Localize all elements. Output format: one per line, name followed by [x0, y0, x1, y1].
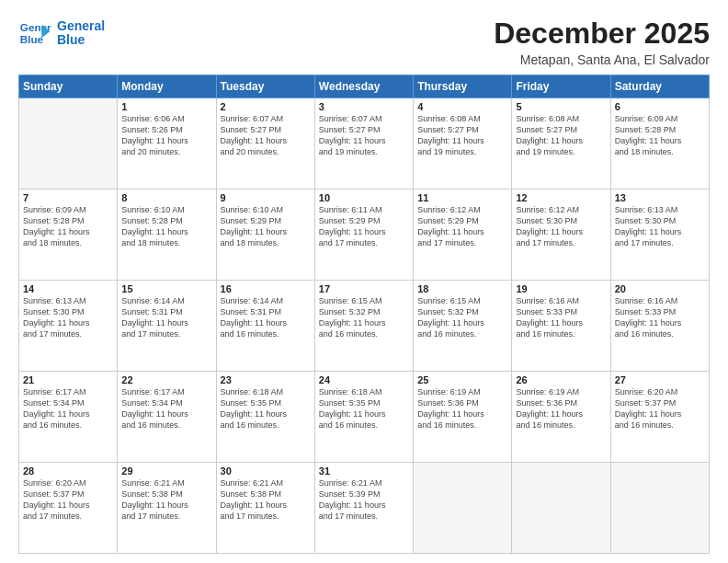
day-info: Sunrise: 6:18 AM Sunset: 5:35 PM Dayligh…	[319, 386, 409, 431]
calendar-cell: 2Sunrise: 6:07 AM Sunset: 5:27 PM Daylig…	[216, 98, 314, 190]
calendar-cell: 13Sunrise: 6:13 AM Sunset: 5:30 PM Dayli…	[610, 190, 709, 281]
day-info: Sunrise: 6:06 AM Sunset: 5:26 PM Dayligh…	[121, 113, 211, 158]
location-subtitle: Metapan, Santa Ana, El Salvador	[494, 52, 710, 67]
day-number: 6	[615, 101, 705, 112]
day-info: Sunrise: 6:17 AM Sunset: 5:34 PM Dayligh…	[121, 386, 211, 431]
calendar-cell: 23Sunrise: 6:18 AM Sunset: 5:35 PM Dayli…	[216, 372, 314, 463]
day-info: Sunrise: 6:10 AM Sunset: 5:29 PM Dayligh…	[221, 204, 311, 249]
day-number: 16	[221, 283, 311, 294]
day-info: Sunrise: 6:12 AM Sunset: 5:29 PM Dayligh…	[417, 204, 507, 249]
calendar-cell: 8Sunrise: 6:10 AM Sunset: 5:28 PM Daylig…	[118, 190, 216, 281]
day-info: Sunrise: 6:10 AM Sunset: 5:28 PM Dayligh…	[121, 204, 211, 249]
logo-icon: General Blue	[18, 17, 51, 50]
day-number: 22	[121, 374, 211, 385]
day-number: 11	[417, 192, 507, 203]
day-number: 2	[221, 101, 311, 112]
calendar-cell: 29Sunrise: 6:21 AM Sunset: 5:38 PM Dayli…	[118, 463, 216, 554]
day-info: Sunrise: 6:20 AM Sunset: 5:37 PM Dayligh…	[615, 386, 705, 431]
header-day-tuesday: Tuesday	[216, 75, 314, 98]
calendar-cell: 30Sunrise: 6:21 AM Sunset: 5:38 PM Dayli…	[216, 463, 314, 554]
calendar-cell: 27Sunrise: 6:20 AM Sunset: 5:37 PM Dayli…	[610, 372, 709, 463]
svg-text:Blue: Blue	[20, 33, 44, 45]
day-number: 21	[23, 374, 113, 385]
day-info: Sunrise: 6:18 AM Sunset: 5:35 PM Dayligh…	[221, 386, 311, 431]
calendar-cell: 21Sunrise: 6:17 AM Sunset: 5:34 PM Dayli…	[19, 372, 118, 463]
day-number: 3	[319, 101, 409, 112]
title-block: December 2025 Metapan, Santa Ana, El Sal…	[494, 17, 710, 67]
calendar-cell: 10Sunrise: 6:11 AM Sunset: 5:29 PM Dayli…	[314, 190, 413, 281]
day-number: 4	[417, 101, 507, 112]
day-info: Sunrise: 6:07 AM Sunset: 5:27 PM Dayligh…	[319, 113, 409, 158]
calendar-cell: 4Sunrise: 6:08 AM Sunset: 5:27 PM Daylig…	[414, 98, 512, 190]
calendar-cell: 5Sunrise: 6:08 AM Sunset: 5:27 PM Daylig…	[512, 98, 610, 190]
header-day-monday: Monday	[118, 75, 216, 98]
calendar-header: SundayMondayTuesdayWednesdayThursdayFrid…	[19, 75, 710, 98]
calendar-cell: 26Sunrise: 6:19 AM Sunset: 5:36 PM Dayli…	[512, 372, 610, 463]
day-number: 15	[121, 283, 211, 294]
day-info: Sunrise: 6:15 AM Sunset: 5:32 PM Dayligh…	[417, 295, 507, 340]
day-info: Sunrise: 6:12 AM Sunset: 5:30 PM Dayligh…	[516, 204, 606, 249]
calendar-cell: 16Sunrise: 6:14 AM Sunset: 5:31 PM Dayli…	[216, 281, 314, 372]
day-number: 8	[121, 192, 211, 203]
calendar-cell	[610, 463, 709, 554]
day-number: 1	[121, 101, 211, 112]
day-number: 14	[23, 283, 113, 294]
calendar-cell: 14Sunrise: 6:13 AM Sunset: 5:30 PM Dayli…	[19, 281, 118, 372]
day-info: Sunrise: 6:07 AM Sunset: 5:27 PM Dayligh…	[221, 113, 311, 158]
day-number: 28	[23, 465, 113, 477]
calendar-cell	[414, 463, 512, 554]
calendar-cell: 6Sunrise: 6:09 AM Sunset: 5:28 PM Daylig…	[610, 98, 709, 190]
day-number: 12	[516, 192, 606, 203]
calendar-cell: 9Sunrise: 6:10 AM Sunset: 5:29 PM Daylig…	[216, 190, 314, 281]
day-info: Sunrise: 6:14 AM Sunset: 5:31 PM Dayligh…	[121, 295, 211, 340]
day-number: 5	[516, 101, 606, 112]
day-number: 20	[615, 283, 705, 294]
calendar-cell	[19, 98, 118, 190]
day-number: 18	[417, 283, 507, 294]
week-row-4: 21Sunrise: 6:17 AM Sunset: 5:34 PM Dayli…	[19, 372, 710, 463]
week-row-2: 7Sunrise: 6:09 AM Sunset: 5:28 PM Daylig…	[19, 190, 710, 281]
calendar-cell: 1Sunrise: 6:06 AM Sunset: 5:26 PM Daylig…	[118, 98, 216, 190]
day-info: Sunrise: 6:13 AM Sunset: 5:30 PM Dayligh…	[615, 204, 705, 249]
day-info: Sunrise: 6:08 AM Sunset: 5:27 PM Dayligh…	[516, 113, 606, 158]
logo-text-blue: Blue	[57, 33, 105, 47]
day-info: Sunrise: 6:11 AM Sunset: 5:29 PM Dayligh…	[319, 204, 409, 249]
day-number: 25	[417, 374, 507, 385]
day-number: 10	[319, 192, 409, 203]
day-number: 19	[516, 283, 606, 294]
calendar-body: 1Sunrise: 6:06 AM Sunset: 5:26 PM Daylig…	[19, 98, 710, 554]
calendar-cell: 22Sunrise: 6:17 AM Sunset: 5:34 PM Dayli…	[118, 372, 216, 463]
day-info: Sunrise: 6:09 AM Sunset: 5:28 PM Dayligh…	[615, 113, 705, 158]
day-info: Sunrise: 6:13 AM Sunset: 5:30 PM Dayligh…	[23, 295, 113, 340]
day-info: Sunrise: 6:16 AM Sunset: 5:33 PM Dayligh…	[615, 295, 705, 340]
day-info: Sunrise: 6:14 AM Sunset: 5:31 PM Dayligh…	[221, 295, 311, 340]
day-number: 17	[319, 283, 409, 294]
day-info: Sunrise: 6:20 AM Sunset: 5:37 PM Dayligh…	[23, 477, 113, 523]
day-number: 23	[221, 374, 311, 385]
day-number: 27	[615, 374, 705, 385]
calendar-cell: 18Sunrise: 6:15 AM Sunset: 5:32 PM Dayli…	[414, 281, 512, 372]
week-row-3: 14Sunrise: 6:13 AM Sunset: 5:30 PM Dayli…	[19, 281, 710, 372]
day-number: 30	[221, 465, 311, 477]
week-row-5: 28Sunrise: 6:20 AM Sunset: 5:37 PM Dayli…	[19, 463, 710, 554]
header-row: SundayMondayTuesdayWednesdayThursdayFrid…	[19, 75, 710, 98]
month-title: December 2025	[494, 17, 710, 51]
day-number: 9	[221, 192, 311, 203]
day-number: 26	[516, 374, 606, 385]
logo: General Blue General Blue	[18, 17, 105, 50]
day-info: Sunrise: 6:17 AM Sunset: 5:34 PM Dayligh…	[23, 386, 113, 431]
calendar-cell: 28Sunrise: 6:20 AM Sunset: 5:37 PM Dayli…	[19, 463, 118, 554]
day-info: Sunrise: 6:08 AM Sunset: 5:27 PM Dayligh…	[417, 113, 507, 158]
day-info: Sunrise: 6:09 AM Sunset: 5:28 PM Dayligh…	[23, 204, 113, 249]
day-info: Sunrise: 6:19 AM Sunset: 5:36 PM Dayligh…	[417, 386, 507, 431]
day-info: Sunrise: 6:21 AM Sunset: 5:38 PM Dayligh…	[121, 477, 211, 523]
header: General Blue General Blue December 2025 …	[18, 17, 710, 67]
calendar-cell: 17Sunrise: 6:15 AM Sunset: 5:32 PM Dayli…	[314, 281, 413, 372]
calendar-cell: 11Sunrise: 6:12 AM Sunset: 5:29 PM Dayli…	[414, 190, 512, 281]
day-info: Sunrise: 6:15 AM Sunset: 5:32 PM Dayligh…	[319, 295, 409, 340]
header-day-wednesday: Wednesday	[314, 75, 413, 98]
day-number: 24	[319, 374, 409, 385]
day-number: 29	[121, 465, 211, 477]
day-info: Sunrise: 6:19 AM Sunset: 5:36 PM Dayligh…	[516, 386, 606, 431]
day-number: 13	[615, 192, 705, 203]
